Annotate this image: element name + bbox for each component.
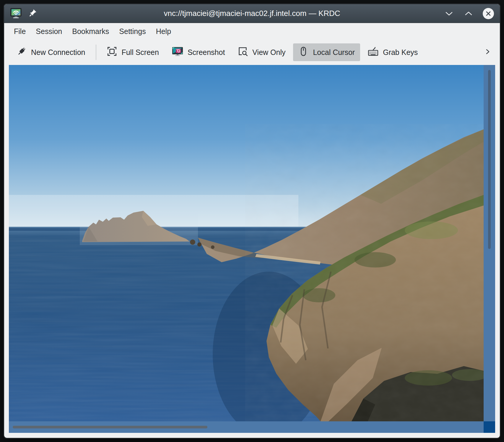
fullscreen-icon <box>107 46 117 58</box>
mouse-icon <box>298 46 308 58</box>
window-title: vnc://tjmaciei@tjmaciei-mac02.jf.intel.c… <box>4 9 500 18</box>
view-only-button[interactable]: View Only <box>233 43 291 61</box>
menu-bookmarks[interactable]: Bookmarks <box>67 25 114 38</box>
remote-wallpaper <box>9 65 484 421</box>
scrollbar-corner <box>484 421 495 433</box>
menu-session[interactable]: Session <box>31 25 67 38</box>
toolbar: New Connection Full Screen <box>4 40 500 65</box>
pin-icon[interactable] <box>28 9 37 19</box>
toolbar-separator <box>96 45 96 60</box>
vertical-scrollbar-handle[interactable] <box>488 70 491 249</box>
new-connection-button[interactable]: New Connection <box>11 43 90 61</box>
keyboard-icon <box>368 46 378 58</box>
minimize-button[interactable] <box>444 8 454 19</box>
full-screen-button[interactable]: Full Screen <box>102 43 164 61</box>
close-button[interactable] <box>483 8 494 19</box>
remote-desktop-view[interactable] <box>9 65 484 421</box>
maximize-button[interactable] <box>463 8 474 19</box>
screenshot-icon <box>172 46 183 58</box>
local-cursor-button[interactable]: Local Cursor <box>293 43 360 61</box>
horizontal-scrollbar-handle[interactable] <box>13 426 207 428</box>
plug-icon <box>17 46 27 58</box>
view-only-magnifier-icon <box>238 46 248 58</box>
toolbar-overflow-button[interactable] <box>483 46 493 58</box>
krdc-window: vnc://tjmaciei@tjmaciei-mac02.jf.intel.c… <box>4 4 500 438</box>
vertical-scrollbar[interactable] <box>484 65 495 421</box>
chevron-right-icon <box>484 47 492 57</box>
grab-keys-button[interactable]: Grab Keys <box>362 43 423 61</box>
menu-help[interactable]: Help <box>151 25 176 38</box>
horizontal-scrollbar[interactable] <box>9 421 484 433</box>
menu-settings[interactable]: Settings <box>114 25 151 38</box>
krdc-monitor-wifi-icon[interactable] <box>10 7 22 20</box>
menu-file[interactable]: File <box>9 25 31 38</box>
screenshot-button[interactable]: Screenshot <box>167 43 230 61</box>
menubar: File Session Bookmarks Settings Help <box>4 23 500 40</box>
titlebar: vnc://tjmaciei@tjmaciei-mac02.jf.intel.c… <box>4 4 500 23</box>
